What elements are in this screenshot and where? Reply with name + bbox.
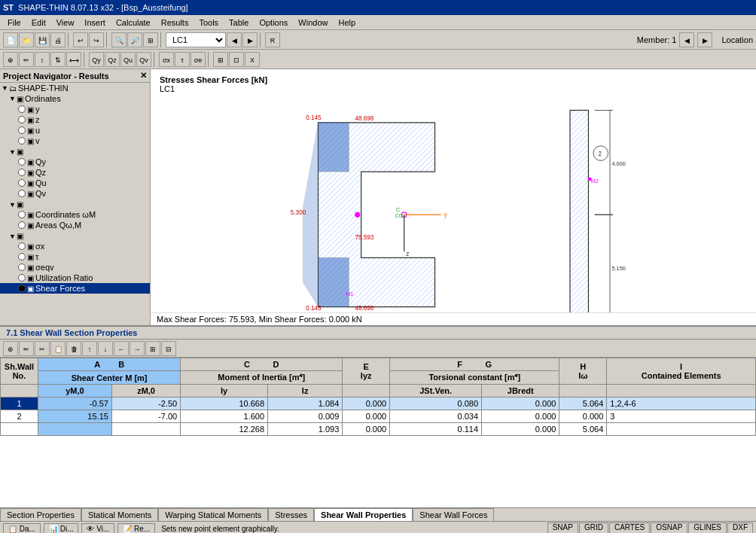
tb2-7[interactable]: Qz xyxy=(105,52,120,67)
tb2-13[interactable]: ⊞ xyxy=(213,52,228,67)
tree-u[interactable]: ▣ u xyxy=(0,125,150,136)
table-cell xyxy=(607,423,756,436)
zoom-in-btn[interactable]: 🔍 xyxy=(111,32,127,47)
tb2-9[interactable]: Qv xyxy=(136,52,151,67)
menu-item-options[interactable]: Options xyxy=(255,17,292,28)
tab-warping-statical-moments[interactable]: Warping Statical Moments xyxy=(158,508,268,521)
table-cell: 0.000 xyxy=(559,410,607,423)
zoom-out-btn[interactable]: 🔎 xyxy=(127,32,142,47)
tree-coords[interactable]: ▣ Coordinates ωM xyxy=(0,209,150,220)
tree-v[interactable]: ▣ v xyxy=(0,136,150,146)
zoom-all-btn[interactable]: ⊞ xyxy=(143,32,158,47)
table-btn-5[interactable]: 🗑 xyxy=(66,341,81,356)
menu-item-edit[interactable]: Edit xyxy=(27,17,50,28)
menu-item-calculate[interactable]: Calculate xyxy=(111,17,155,28)
tree-tau[interactable]: ▣ τ xyxy=(0,251,150,262)
tree-shape-thin[interactable]: ▼ 🗂 SHAPE-THIN xyxy=(0,83,150,93)
status-btn-snap[interactable]: SNAP xyxy=(547,522,578,534)
tree-qz[interactable]: ▣ Qz xyxy=(0,167,150,178)
next-btn[interactable]: ▶ xyxy=(242,32,258,47)
tab-statical-moments[interactable]: Statical Moments xyxy=(81,508,158,521)
expand-icon: ▼ xyxy=(9,201,17,209)
tab-stresses[interactable]: Stresses xyxy=(268,508,314,521)
menu-item-file[interactable]: File xyxy=(3,17,26,28)
tab-shear-wall-forces[interactable]: Shear Wall Forces xyxy=(413,508,494,521)
results-btn[interactable]: R xyxy=(265,32,280,47)
lc-dropdown[interactable]: LC1 xyxy=(166,32,226,47)
table-cell: 0.000 xyxy=(482,423,559,436)
nav-close-btn[interactable]: ✕ xyxy=(140,71,147,81)
tb2-3[interactable]: ↕ xyxy=(35,52,50,67)
tb2-14[interactable]: ⊡ xyxy=(229,52,244,67)
tab-section-properties[interactable]: Section Properties xyxy=(0,508,81,521)
tb2-2[interactable]: ✏ xyxy=(19,52,34,67)
tb2-4[interactable]: ⇅ xyxy=(50,52,66,67)
open-btn[interactable]: 📁 xyxy=(19,32,34,47)
tree-y[interactable]: ▣ y xyxy=(0,104,150,114)
tb2-12[interactable]: σe xyxy=(191,52,206,67)
expand-icon: ▼ xyxy=(9,95,17,102)
tree-utilization[interactable]: ▣ Utilization Ratio xyxy=(0,273,150,283)
tree-z[interactable]: ▣ z xyxy=(0,114,150,125)
table-row[interactable]: 215.15-7.001.6000.0090.0000.0340.0000.00… xyxy=(1,410,756,423)
status-btn-dxf[interactable]: DXF xyxy=(727,522,753,534)
tab-shear-wall-properties[interactable]: Shear Wall Properties xyxy=(314,508,413,521)
table-btn-8[interactable]: ← xyxy=(114,341,129,356)
tb2-5[interactable]: ⟷ xyxy=(66,52,81,67)
table-row[interactable]: 1-0.57-2.5010.6681.0840.0000.0800.0005.0… xyxy=(1,397,756,410)
menu-item-table[interactable]: Table xyxy=(224,17,253,28)
tree-shear-forces[interactable]: ▣ Shear Forces xyxy=(0,283,150,294)
status-btn-grid[interactable]: GRID xyxy=(579,522,608,534)
menu-item-window[interactable]: Window xyxy=(294,17,332,28)
table-cell: 1.084 xyxy=(268,397,343,410)
tb2-1[interactable]: ⊕ xyxy=(3,52,18,67)
bottom-tab-re[interactable]: 📝 Re... xyxy=(117,523,155,533)
member-next[interactable]: ▶ xyxy=(697,32,712,47)
table-btn-11[interactable]: ⊟ xyxy=(161,341,176,356)
save-btn[interactable]: 💾 xyxy=(35,32,50,47)
tree-sx[interactable]: ▣ σx xyxy=(0,241,150,251)
folder-icon: ▣ xyxy=(17,232,23,240)
menu-item-tools[interactable]: Tools xyxy=(194,17,223,28)
bottom-tab-da[interactable]: 📋 Da... xyxy=(3,523,41,533)
tb2-8[interactable]: Qu xyxy=(120,52,136,67)
menu-item-insert[interactable]: Insert xyxy=(80,17,110,28)
tb2-11[interactable]: τ xyxy=(175,52,190,67)
status-btn-osnap[interactable]: OSNAP xyxy=(651,522,687,534)
tree-ordinates[interactable]: ▼ ▣ Ordinates xyxy=(0,93,150,104)
tree-seqv[interactable]: ▣ σeqv xyxy=(0,262,150,273)
print-btn[interactable]: 🖨 xyxy=(50,32,66,47)
table-btn-4[interactable]: 📋 xyxy=(50,341,66,356)
table-btn-1[interactable]: ⊕ xyxy=(3,341,18,356)
table-cell: 15.15 xyxy=(38,410,112,423)
tree-qv[interactable]: ▣ Qv xyxy=(0,188,150,199)
tb2-6[interactable]: Qy xyxy=(89,52,104,67)
bottom-tab-vi[interactable]: 👁 Vi... xyxy=(81,523,114,533)
tb2-15[interactable]: X xyxy=(245,52,260,67)
status-btn-glines[interactable]: GLINES xyxy=(688,522,727,534)
member-prev[interactable]: ◀ xyxy=(679,32,694,47)
menu-item-help[interactable]: Help xyxy=(334,17,360,28)
table-btn-3[interactable]: ✂ xyxy=(35,341,50,356)
status-btn-cartes[interactable]: CARTES xyxy=(609,522,650,534)
table-btn-9[interactable]: → xyxy=(130,341,145,356)
table-row[interactable]: 12.2681.0930.0000.1140.0005.064 xyxy=(1,423,756,436)
tree-areas[interactable]: ▣ Areas Qω,M xyxy=(0,220,150,230)
table-btn-7[interactable]: ↓ xyxy=(98,341,113,356)
menu-item-results[interactable]: Results xyxy=(157,17,194,28)
table-btn-10[interactable]: ⊞ xyxy=(145,341,160,356)
tree-qy[interactable]: ▣ Qy xyxy=(0,157,150,167)
dim-4000: 4.000 xyxy=(611,160,625,167)
table-btn-2[interactable]: ✏ xyxy=(19,341,34,356)
tb2-10[interactable]: σx xyxy=(159,52,174,67)
table-btn-6[interactable]: ↑ xyxy=(82,341,97,356)
bottom-tab-di[interactable]: 📊 Di... xyxy=(44,523,79,533)
menu-item-view[interactable]: View xyxy=(52,17,79,28)
tree-label: σx xyxy=(35,242,44,251)
tree-qu[interactable]: ▣ Qu xyxy=(0,178,150,188)
new-btn[interactable]: 📄 xyxy=(3,32,18,47)
undo-btn[interactable]: ↩ xyxy=(73,32,88,47)
prev-btn[interactable]: ◀ xyxy=(227,32,242,47)
redo-btn[interactable]: ↪ xyxy=(89,32,104,47)
radio-tau xyxy=(18,253,26,260)
